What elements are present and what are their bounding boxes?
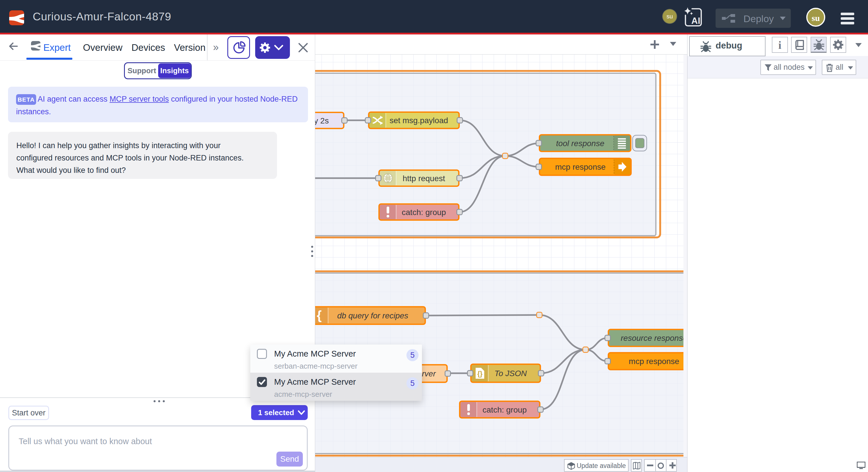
svg-text:tool response: tool response: [556, 139, 604, 148]
svg-text:resource response: resource response: [621, 334, 683, 343]
svg-text:mcp response: mcp response: [555, 163, 606, 171]
svg-text:catch: group: catch: group: [402, 208, 446, 217]
svg-text:set msg.payload: set msg.payload: [390, 116, 448, 125]
svg-text:http request: http request: [403, 174, 445, 183]
svg-text:mcp response: mcp response: [629, 357, 679, 366]
svg-text:{}: {}: [477, 370, 483, 378]
svg-text:catch: group: catch: group: [483, 405, 527, 414]
svg-text:{: {: [317, 308, 321, 322]
svg-text:To JSON: To JSON: [495, 369, 527, 378]
svg-text:db query for recipes: db query for recipes: [337, 311, 408, 320]
svg-text:AI: AI: [691, 16, 701, 26]
svg-text:every 2s: every 2s: [315, 116, 329, 125]
